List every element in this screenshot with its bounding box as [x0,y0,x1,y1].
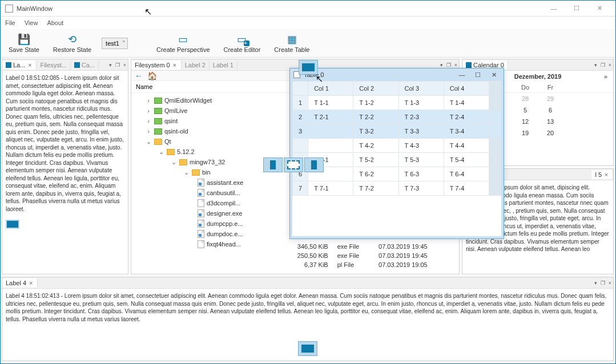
menu-view[interactable]: View [25,19,38,26]
perspective-combo[interactable]: test1 [102,38,128,49]
create-perspective-button[interactable]: ▭ Create Perspective [153,31,214,55]
tab-label4[interactable]: Label 4× [2,278,38,288]
tab-close-icon[interactable]: × [607,62,613,68]
table-icon: ▦ [285,34,298,45]
window-title: MainWindow [17,5,542,12]
tab-dropdown-icon[interactable]: ▾ [593,62,599,68]
label0-panel: La...× Filesyst... Ca... ▾ ❐ × Label 0 1… [2,59,128,274]
tab-label1[interactable]: Label 1 [210,60,237,70]
tab-calendar-left[interactable]: Ca... [71,60,99,70]
tab-detach-icon[interactable]: ❐ [445,62,453,68]
tab-close-icon[interactable]: × [607,280,613,286]
tab-filesystem0[interactable]: Filesystem 0× [131,60,182,70]
tab-detach-icon[interactable]: ❐ [599,280,607,286]
dock-indicator-icon [6,220,19,229]
title-bar: MainWindow — ☐ ✕ [1,1,615,17]
tab-dropdown-icon[interactable]: ▾ [438,62,445,68]
maximize-button[interactable]: ☐ [565,1,588,17]
tab-label5[interactable]: l 5× [591,170,613,179]
label4-text: Label 4 18:51:02:413 - Lorem ipsum dolor… [2,289,613,326]
label4-panel: Label 4× ▾ ❐ × Label 4 18:51:02:413 - Lo… [2,277,614,361]
save-state-button[interactable]: 💾 Save State [5,31,43,55]
float-close-button[interactable]: ✕ [488,71,500,79]
save-icon: 💾 [18,34,30,45]
close-button[interactable]: ✕ [588,1,611,17]
dock-indicator-bottom-icon [298,341,317,356]
create-editor-button[interactable]: ▭+ Create Editor [220,31,264,55]
label0-text: Label 0 18:51:02:085 - Lorem ipsum dolor… [2,71,128,216]
file-row: 346,50 KiBexe File07.03.2019 19:45 [280,242,451,251]
toolbar: 💾 Save State ⟲ Restore State test1 ▭ Cre… [1,29,615,58]
file-row: 250,50 KiBexe File07.03.2019 19:45 [280,251,451,260]
cal-next-icon[interactable]: » [602,73,610,80]
restore-icon: ⟲ [66,34,78,45]
tab-label0[interactable]: La...× [2,60,37,70]
calendar-month: Dezember, 2019 [514,73,562,80]
float-minimize-button[interactable]: — [456,71,468,78]
table0-title: Table 0 [304,71,324,78]
file-row: 6,37 KiBpl File07.03.2019 19:05 [280,260,451,269]
tab-label2[interactable]: Label 2 [182,60,210,70]
menu-bar: File View About [1,17,615,29]
window-icon [293,71,300,78]
tab-dropdown-icon[interactable]: ▾ [107,62,114,68]
menu-file[interactable]: File [5,19,15,26]
tab-close-icon[interactable]: × [122,62,128,68]
table0-window[interactable]: Table 0 — ☐ ✕ Col 1Col 2Col 3Col 4 1T 1-… [289,68,504,239]
tab-detach-icon[interactable]: ❐ [599,62,607,68]
tab-dropdown-icon[interactable]: ▾ [593,280,599,286]
editor-icon: ▭+ [236,34,248,45]
float-maximize-button[interactable]: ☐ [472,71,484,79]
data-table[interactable]: Col 1Col 2Col 3Col 4 1T 1-1T 1-2T 1-3T 1… [292,81,501,196]
tab-filesystem-left[interactable]: Filesyst... [37,60,70,70]
minimize-button[interactable]: — [542,1,565,17]
perspective-icon: ▭ [177,34,190,45]
tab-close-icon[interactable]: × [453,62,459,68]
nav-home-icon[interactable]: 🏠 [147,71,157,80]
menu-about[interactable]: About [47,19,63,26]
restore-state-button[interactable]: ⟲ Restore State [50,31,95,55]
create-table-button[interactable]: ▦ Create Table [271,31,313,55]
nav-back-icon[interactable]: ← [135,71,143,80]
app-icon [5,5,13,13]
tab-detach-icon[interactable]: ❐ [114,62,122,68]
table0-titlebar[interactable]: Table 0 — ☐ ✕ [290,68,504,81]
